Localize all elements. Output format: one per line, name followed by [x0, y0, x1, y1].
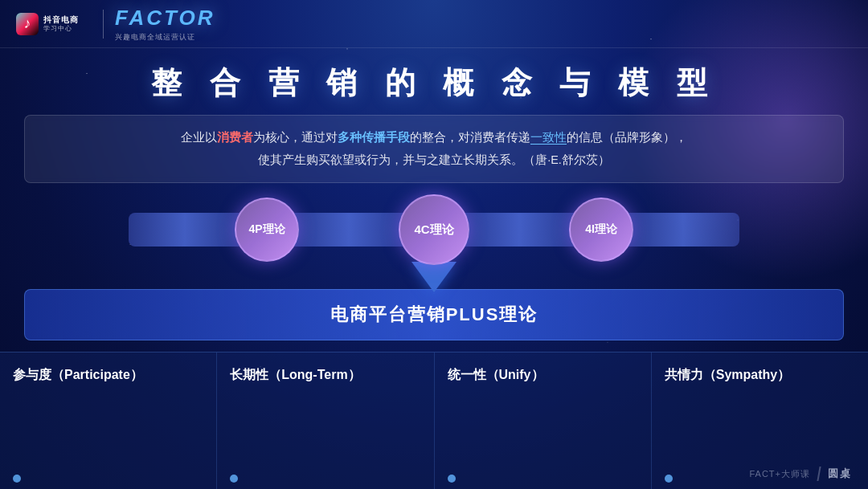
theories-bar: 4P理论 4C理论 4I理论 — [129, 194, 739, 265]
description-box: 企业以消费者为核心，通过对多种传播手段的整合，对消费者传递一致性的信息（品牌形象… — [24, 115, 844, 183]
main-title-section: 整 合 营 销 的 概 念 与 模 型 — [0, 48, 868, 115]
theories-section: 4P理论 4C理论 4I理论 — [0, 194, 868, 265]
desc-end: 的信息（品牌形象）， — [567, 131, 687, 144]
plus-item-dot-4 — [665, 475, 673, 483]
list-item: 长期性（Long-Term） — [217, 352, 434, 489]
header: ♪ 抖音电商 学习中心 FACTOR 兴趣电商全域运营认证 — [0, 0, 868, 48]
desc-hl2: 多种传播手段 — [338, 131, 410, 144]
theory-4c: 4C理论 — [399, 194, 469, 265]
arrow-down-icon — [411, 262, 457, 292]
bar-mid2 — [463, 213, 575, 247]
list-item: 参与度（Participate） — [0, 352, 217, 489]
list-item: 共情力（Sympathy） — [652, 352, 868, 489]
bar-left — [129, 213, 241, 247]
platform-name-block: 抖音电商 学习中心 — [43, 15, 79, 33]
desc-post: 的整合，对消费者传递 — [410, 131, 530, 144]
plus-item-dot-3 — [448, 475, 456, 483]
plus-item-label-1: 参与度（Participate） — [13, 367, 143, 384]
desc-hl1: 消费者 — [217, 131, 253, 144]
description-text: 企业以消费者为核心，通过对多种传播手段的整合，对消费者传递一致性的信息（品牌形象… — [44, 127, 824, 171]
plus-item-label-2: 长期性（Long-Term） — [230, 367, 360, 384]
platform-name: 抖音电商 — [43, 15, 79, 25]
plus-item-label-3: 统一性（Unify） — [448, 367, 544, 384]
tiktok-icon: ♪ — [16, 13, 39, 35]
plus-item-dot-1 — [13, 475, 21, 483]
desc-hl3: 一致性 — [530, 131, 567, 144]
desc-mid: 为核心，通过对 — [253, 131, 338, 144]
factor-logo-block: FACTOR 兴趣电商全域运营认证 — [115, 6, 215, 43]
theory-4i: 4I理论 — [569, 198, 633, 262]
plus-item-dot-2 — [230, 475, 238, 483]
plus-items-row: 参与度（Participate） 长期性（Long-Term） 统一性（Unif… — [0, 352, 868, 489]
tiktok-logo: ♪ 抖音电商 学习中心 — [16, 13, 79, 35]
certification-label: 兴趣电商全域运营认证 — [115, 32, 215, 43]
header-divider — [103, 10, 104, 39]
bar-right — [627, 213, 739, 247]
plus-theory-box: 电商平台营销PLUS理论 — [24, 289, 844, 340]
platform-sub: 学习中心 — [43, 25, 79, 33]
main-title: 整 合 营 销 的 概 念 与 模 型 — [0, 63, 868, 104]
arrow-section — [0, 262, 868, 292]
plus-item-label-4: 共情力（Sympathy） — [665, 367, 790, 384]
plus-theory-title: 电商平台营销PLUS理论 — [44, 303, 824, 327]
main-content: ♪ 抖音电商 学习中心 FACTOR 兴趣电商全域运营认证 整 合 营 销 的 … — [0, 0, 868, 489]
bar-mid1 — [293, 213, 405, 247]
theory-4p: 4P理论 — [235, 198, 299, 262]
desc-pre1: 企业以 — [181, 131, 217, 144]
desc-line2: 使其产生购买欲望或行为，并与之建立长期关系。（唐·E.舒尔茨） — [258, 153, 610, 166]
factor-logo: FACTOR — [115, 6, 215, 31]
list-item: 统一性（Unify） — [435, 352, 652, 489]
